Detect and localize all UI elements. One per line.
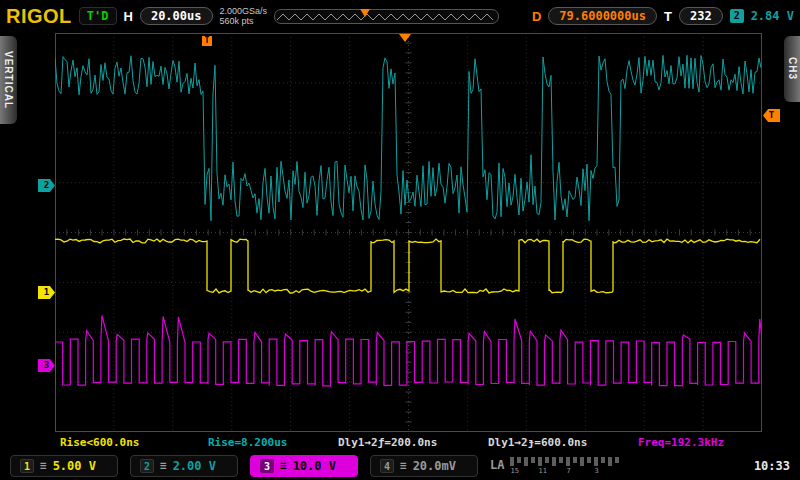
la-bit-label: 3 bbox=[594, 467, 598, 475]
system-clock: 10:33 bbox=[754, 459, 790, 473]
la-bit-indicator bbox=[545, 457, 549, 463]
ch4-status-button[interactable]: 4 ≡ 20.0mV bbox=[370, 455, 478, 477]
la-bit-indicator bbox=[559, 457, 563, 463]
ch1-badge: 1 bbox=[20, 459, 34, 473]
la-bit-indicator bbox=[580, 457, 584, 466]
la-digital-channels: 151173 bbox=[510, 455, 624, 477]
la-bit-indicator bbox=[566, 457, 570, 466]
measurement-rise-ch1[interactable]: Rise<600.0ns bbox=[60, 436, 139, 449]
sample-rate: 2.000GSa/s bbox=[220, 6, 268, 16]
la-bit-indicator bbox=[608, 457, 612, 466]
la-bit-indicator bbox=[524, 457, 528, 466]
rigol-logo: RIGOL bbox=[6, 5, 72, 28]
ch4-scale: 20.0mV bbox=[413, 459, 456, 473]
la-bit-indicator bbox=[538, 457, 542, 466]
ch1-ground-marker[interactable]: 1 bbox=[38, 286, 55, 299]
graticule-and-traces bbox=[55, 33, 762, 432]
trigger-source-badge[interactable]: 2 bbox=[730, 9, 744, 23]
la-bit-indicator bbox=[510, 457, 514, 466]
horizontal-position-bar[interactable] bbox=[274, 9, 499, 24]
tab-ch3-menu[interactable]: CH3 bbox=[784, 36, 800, 102]
ch3-ground-marker[interactable]: 3 bbox=[38, 359, 55, 372]
ch3-status-button[interactable]: 3 ≡ 10.0 V bbox=[250, 455, 358, 477]
trigger-level-readout: 2.84 V bbox=[751, 9, 794, 23]
trigger-holdoff-readout[interactable]: 232 bbox=[679, 7, 723, 25]
la-bit-indicator bbox=[517, 457, 521, 463]
ch2-scale: 2.00 V bbox=[173, 459, 216, 473]
memory-waveform-preview bbox=[277, 11, 496, 23]
delay-label: D bbox=[532, 9, 541, 24]
oscilloscope-screen: RIGOL T'D H 20.00us 2.000GSa/s 560k pts … bbox=[0, 0, 800, 480]
ch1-coupling-icon: ≡ bbox=[40, 459, 47, 472]
top-status-bar: RIGOL T'D H 20.00us 2.000GSa/s 560k pts … bbox=[0, 0, 800, 32]
la-bit-indicator bbox=[594, 457, 598, 466]
trigger-label: T bbox=[664, 9, 672, 24]
la-bit-indicator bbox=[601, 457, 605, 463]
measurement-row: Rise<600.0ns Rise=8.200us Dly1→2ƒ=200.0n… bbox=[55, 436, 762, 449]
la-bit-indicator bbox=[573, 457, 577, 463]
trigger-position-marker-mini[interactable] bbox=[360, 9, 370, 17]
delay-readout[interactable]: 79.6000000us bbox=[548, 7, 657, 25]
la-bit-label: 15 bbox=[510, 467, 518, 475]
la-bit-label: 11 bbox=[538, 467, 546, 475]
ch3-coupling-icon: ≡ bbox=[280, 459, 287, 472]
measurement-delay-rising[interactable]: Dly1→2ƒ=200.0ns bbox=[338, 436, 437, 449]
ch1-status-button[interactable]: 1 ≡ 5.00 V bbox=[10, 455, 118, 477]
la-label: LA bbox=[490, 458, 504, 472]
measurement-freq-ch3[interactable]: Freq=192.3kHz bbox=[638, 436, 724, 449]
waveform-display bbox=[55, 33, 762, 432]
la-bit-indicator bbox=[531, 457, 535, 463]
ch3-scale: 10.0 V bbox=[293, 459, 336, 473]
ch4-badge: 4 bbox=[380, 459, 394, 473]
horizontal-label: H bbox=[124, 9, 133, 24]
memory-depth: 560k pts bbox=[220, 16, 254, 26]
trigger-level-marker[interactable]: T bbox=[763, 109, 780, 122]
la-bit-indicator bbox=[587, 457, 591, 463]
tab-vertical-menu[interactable]: VERTICAL bbox=[0, 36, 17, 124]
acquisition-info: 2.000GSa/s 560k pts bbox=[220, 6, 268, 26]
la-bit-indicator bbox=[615, 457, 619, 463]
la-status-button[interactable]: LA 151173 bbox=[490, 455, 624, 477]
ch2-coupling-icon: ≡ bbox=[160, 459, 167, 472]
measurement-delay-falling[interactable]: Dly1→2ɟ=600.0ns bbox=[488, 436, 587, 449]
ch4-coupling-icon: ≡ bbox=[400, 459, 407, 472]
ch3-badge: 3 bbox=[260, 459, 274, 473]
ch2-ground-marker[interactable]: 2 bbox=[38, 179, 55, 192]
la-bit-indicator bbox=[552, 457, 556, 466]
ch2-badge: 2 bbox=[140, 459, 154, 473]
la-bit-label: 7 bbox=[566, 467, 570, 475]
timebase-readout[interactable]: 20.00us bbox=[140, 7, 213, 25]
trigger-status-badge: T'D bbox=[79, 7, 117, 25]
channel-status-bar: 1 ≡ 5.00 V 2 ≡ 2.00 V 3 ≡ 10.0 V 4 ≡ 20.… bbox=[0, 452, 800, 479]
trigger-position-marker[interactable] bbox=[399, 34, 411, 42]
ch1-scale: 5.00 V bbox=[53, 459, 96, 473]
trigger-time-marker[interactable]: T bbox=[202, 36, 212, 46]
ch2-status-button[interactable]: 2 ≡ 2.00 V bbox=[130, 455, 238, 477]
measurement-rise-ch2[interactable]: Rise=8.200us bbox=[208, 436, 287, 449]
